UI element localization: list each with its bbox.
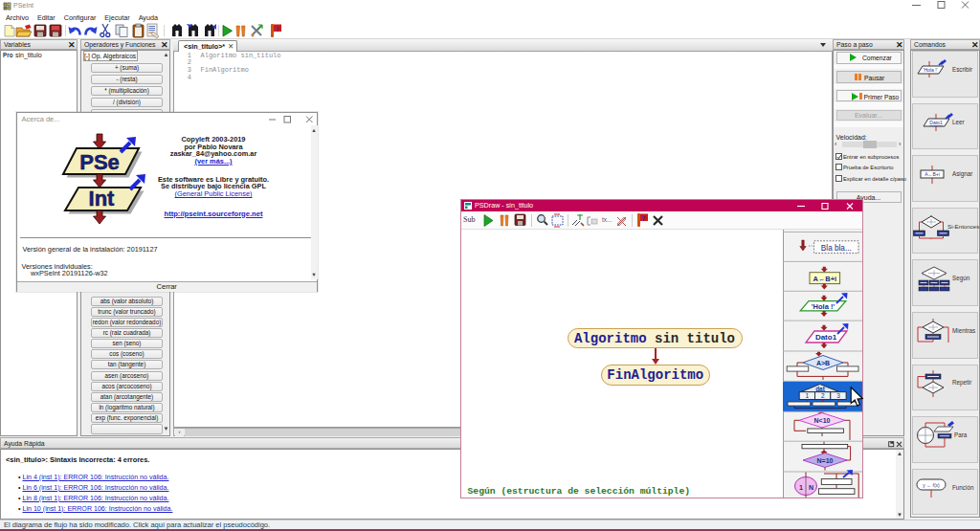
svg-text:A←B+i: A←B+i	[924, 171, 940, 177]
svg-text:?: ?	[641, 215, 645, 222]
svg-text:?: ?	[275, 26, 278, 33]
svg-text:dat: dat	[815, 386, 826, 392]
svg-text:A>B: A>B	[816, 360, 830, 366]
svg-text:Int: Int	[89, 187, 116, 210]
svg-text:'Hola !': 'Hola !'	[924, 67, 938, 73]
svg-text:y ← f(x): y ← f(x)	[923, 482, 940, 488]
svg-text:'Hola !': 'Hola !'	[812, 302, 835, 311]
svg-text:3: 3	[836, 392, 840, 399]
svg-text:tx...: tx...	[602, 216, 612, 223]
svg-text:1: 1	[799, 484, 803, 491]
svg-text:Dato1: Dato1	[815, 333, 837, 342]
svg-text:Bla bla...: Bla bla...	[821, 244, 852, 253]
svg-text:1: 1	[806, 392, 810, 399]
svg-text:Dato1: Dato1	[929, 120, 943, 125]
svg-text:2: 2	[821, 392, 825, 399]
svg-text:N<10: N<10	[814, 417, 831, 424]
svg-text:N=10: N=10	[817, 457, 834, 464]
svg-text:A←B+i: A←B+i	[813, 275, 836, 283]
svg-text:N: N	[809, 484, 813, 491]
